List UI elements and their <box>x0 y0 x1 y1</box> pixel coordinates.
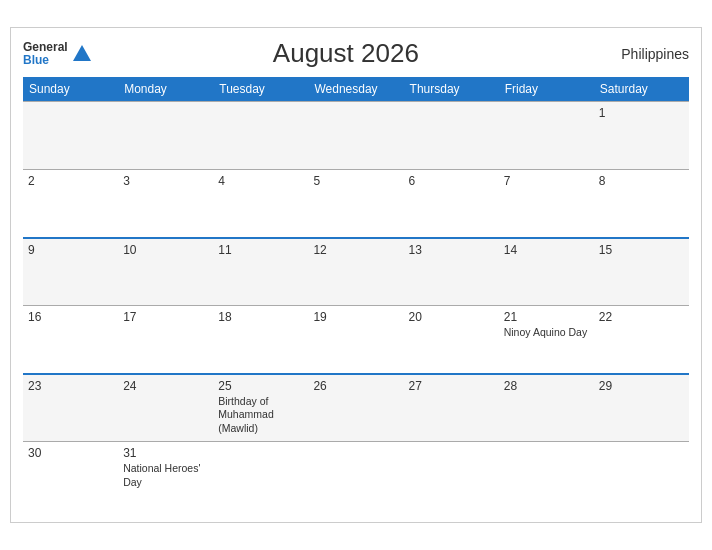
day-number: 16 <box>28 310 113 324</box>
day-cell: 20 <box>404 306 499 374</box>
logo-icon <box>71 43 93 65</box>
day-cell <box>213 442 308 510</box>
holiday-name: Ninoy Aquino Day <box>504 326 589 340</box>
week-row-3: 9101112131415 <box>23 238 689 306</box>
holiday-name: Birthday of Muhammad (Mawlid) <box>218 395 303 436</box>
day-number: 15 <box>599 243 684 257</box>
day-cell: 15 <box>594 238 689 306</box>
calendar-container: General Blue August 2026 Philippines Sun… <box>10 27 702 523</box>
day-cell: 29 <box>594 374 689 442</box>
day-number: 7 <box>504 174 589 188</box>
day-number: 8 <box>599 174 684 188</box>
day-number: 2 <box>28 174 113 188</box>
day-cell: 12 <box>308 238 403 306</box>
day-number: 27 <box>409 379 494 393</box>
day-number: 3 <box>123 174 208 188</box>
day-number: 24 <box>123 379 208 393</box>
week-row-2: 2345678 <box>23 170 689 238</box>
day-number: 12 <box>313 243 398 257</box>
calendar-grid: Sunday Monday Tuesday Wednesday Thursday… <box>23 77 689 510</box>
header-monday: Monday <box>118 77 213 102</box>
day-cell <box>308 442 403 510</box>
day-number: 10 <box>123 243 208 257</box>
day-cell: 4 <box>213 170 308 238</box>
day-cell: 26 <box>308 374 403 442</box>
day-cell: 25Birthday of Muhammad (Mawlid) <box>213 374 308 442</box>
day-number: 6 <box>409 174 494 188</box>
day-cell: 5 <box>308 170 403 238</box>
day-number: 1 <box>599 106 684 120</box>
day-cell: 10 <box>118 238 213 306</box>
day-number: 13 <box>409 243 494 257</box>
calendar-title: August 2026 <box>93 38 599 69</box>
day-number: 31 <box>123 446 208 460</box>
day-cell: 23 <box>23 374 118 442</box>
day-cell: 28 <box>499 374 594 442</box>
day-number: 28 <box>504 379 589 393</box>
holiday-name: National Heroes' Day <box>123 462 208 489</box>
week-row-6: 3031National Heroes' Day <box>23 442 689 510</box>
svg-marker-0 <box>73 45 91 61</box>
day-cell <box>308 102 403 170</box>
day-cell: 16 <box>23 306 118 374</box>
day-number: 30 <box>28 446 113 460</box>
day-number: 11 <box>218 243 303 257</box>
day-cell: 22 <box>594 306 689 374</box>
day-cell <box>404 442 499 510</box>
day-cell: 1 <box>594 102 689 170</box>
day-cell: 7 <box>499 170 594 238</box>
header-saturday: Saturday <box>594 77 689 102</box>
day-cell: 3 <box>118 170 213 238</box>
day-number: 20 <box>409 310 494 324</box>
day-number: 4 <box>218 174 303 188</box>
day-cell: 27 <box>404 374 499 442</box>
day-cell <box>404 102 499 170</box>
day-cell: 6 <box>404 170 499 238</box>
day-cell: 11 <box>213 238 308 306</box>
day-cell: 18 <box>213 306 308 374</box>
logo: General Blue <box>23 41 93 67</box>
day-cell <box>499 442 594 510</box>
week-row-4: 161718192021Ninoy Aquino Day22 <box>23 306 689 374</box>
day-cell: 24 <box>118 374 213 442</box>
day-cell <box>213 102 308 170</box>
day-cell: 19 <box>308 306 403 374</box>
day-cell: 2 <box>23 170 118 238</box>
day-cell <box>23 102 118 170</box>
week-row-5: 232425Birthday of Muhammad (Mawlid)26272… <box>23 374 689 442</box>
day-cell: 17 <box>118 306 213 374</box>
day-number: 18 <box>218 310 303 324</box>
logo-general-text: General <box>23 41 68 54</box>
day-number: 21 <box>504 310 589 324</box>
day-cell: 31National Heroes' Day <box>118 442 213 510</box>
day-cell: 21Ninoy Aquino Day <box>499 306 594 374</box>
logo-blue-text: Blue <box>23 54 68 67</box>
day-number: 23 <box>28 379 113 393</box>
header-friday: Friday <box>499 77 594 102</box>
weekday-header-row: Sunday Monday Tuesday Wednesday Thursday… <box>23 77 689 102</box>
week-row-1: 1 <box>23 102 689 170</box>
day-cell: 30 <box>23 442 118 510</box>
country-name: Philippines <box>599 46 689 62</box>
header-tuesday: Tuesday <box>213 77 308 102</box>
calendar-header: General Blue August 2026 Philippines <box>23 38 689 69</box>
day-cell <box>118 102 213 170</box>
day-cell: 9 <box>23 238 118 306</box>
day-cell <box>594 442 689 510</box>
day-number: 25 <box>218 379 303 393</box>
day-cell: 8 <box>594 170 689 238</box>
day-number: 17 <box>123 310 208 324</box>
day-number: 5 <box>313 174 398 188</box>
day-number: 14 <box>504 243 589 257</box>
day-number: 19 <box>313 310 398 324</box>
day-number: 26 <box>313 379 398 393</box>
day-cell <box>499 102 594 170</box>
day-number: 22 <box>599 310 684 324</box>
header-wednesday: Wednesday <box>308 77 403 102</box>
day-number: 9 <box>28 243 113 257</box>
day-cell: 14 <box>499 238 594 306</box>
day-cell: 13 <box>404 238 499 306</box>
header-thursday: Thursday <box>404 77 499 102</box>
header-sunday: Sunday <box>23 77 118 102</box>
day-number: 29 <box>599 379 684 393</box>
